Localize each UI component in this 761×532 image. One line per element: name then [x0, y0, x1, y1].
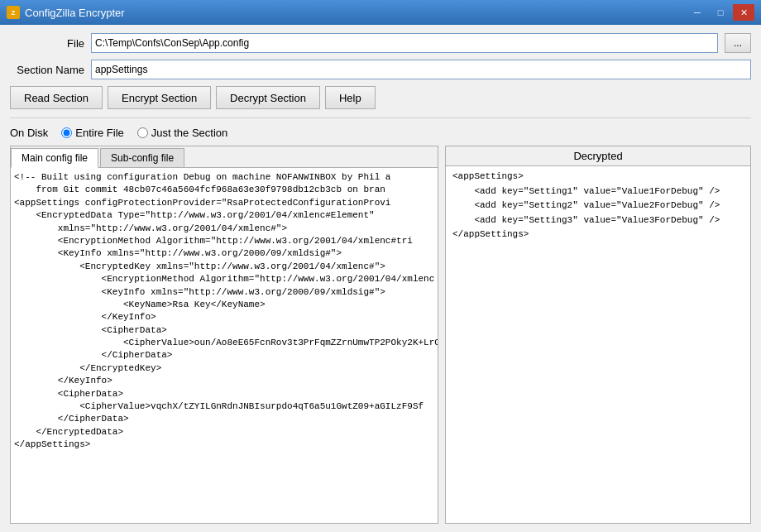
close-button[interactable]: ✕ [733, 4, 754, 21]
titlebar-left: Z ConfigZilla Encrypter [7, 6, 125, 19]
content-area: Main config file Sub-config file Decrypt… [10, 146, 751, 524]
titlebar: Z ConfigZilla Encrypter ─ □ ✕ [0, 0, 761, 25]
read-section-button[interactable]: Read Section [10, 86, 103, 109]
window-controls: ─ □ ✕ [687, 4, 754, 21]
on-disk-label: On Disk [10, 127, 48, 139]
tab-sub-config[interactable]: Sub-config file [100, 148, 184, 167]
tabs: Main config file Sub-config file [11, 146, 438, 168]
file-label: File [10, 37, 84, 50]
browse-button[interactable]: ... [725, 33, 751, 53]
maximize-button[interactable]: □ [710, 4, 731, 21]
decrypted-header: Decrypted [446, 146, 750, 166]
file-input[interactable] [91, 33, 718, 53]
section-name-label: Section Name [10, 64, 84, 76]
svg-text:Z: Z [12, 9, 16, 17]
file-row: File ... [10, 33, 751, 53]
separator [10, 117, 751, 118]
left-panel: Main config file Sub-config file [10, 146, 438, 524]
window-content: File ... Section Name Read Section Encry… [0, 25, 761, 532]
encrypt-section-button[interactable]: Encrypt Section [108, 86, 211, 109]
right-panel: Decrypted <appSettings> <add key="Settin… [445, 146, 751, 524]
section-name-input[interactable] [91, 60, 751, 79]
tab-main-config[interactable]: Main config file [11, 148, 98, 168]
entire-file-radio[interactable] [61, 127, 72, 138]
app-icon: Z [7, 6, 20, 19]
just-section-option[interactable]: Just the Section [137, 127, 228, 139]
decrypt-section-button[interactable]: Decrypt Section [216, 86, 320, 109]
section-name-row: Section Name [10, 60, 751, 79]
just-section-radio[interactable] [137, 127, 148, 138]
entire-file-label: Entire File [75, 127, 124, 139]
action-buttons: Read Section Encrypt Section Decrypt Sec… [10, 86, 751, 109]
just-section-label: Just the Section [151, 127, 228, 139]
radio-row: On Disk Entire File Just the Section [10, 127, 751, 139]
entire-file-option[interactable]: Entire File [61, 127, 124, 139]
app-title: ConfigZilla Encrypter [25, 7, 125, 19]
help-button[interactable]: Help [325, 86, 376, 109]
minimize-button[interactable]: ─ [687, 4, 708, 21]
right-code-area: <appSettings> <add key="Setting1" value=… [446, 166, 750, 523]
left-code-area[interactable] [11, 168, 438, 523]
